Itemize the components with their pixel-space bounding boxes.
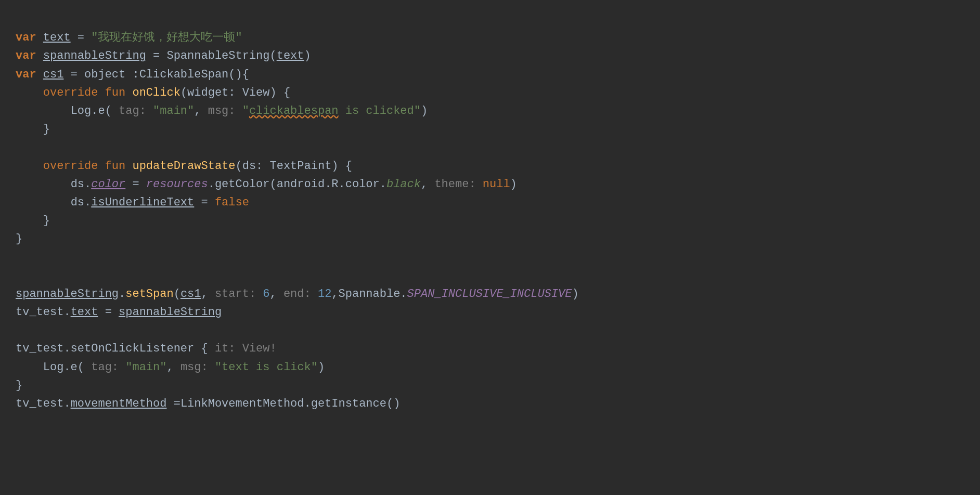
msg-label-2: msg: xyxy=(180,361,208,374)
prop-movementmethod: movementMethod xyxy=(71,397,167,410)
tvtest-movementmethod: tv_test. xyxy=(16,397,71,410)
variable-cs1: cs1 xyxy=(43,68,64,81)
msg-value-2: "text is click" xyxy=(215,361,318,374)
ds-underline-ref: ds. xyxy=(71,196,92,209)
span-inclusive: SPAN_INCLUSIVE_INCLUSIVE xyxy=(407,288,572,301)
param-ds: ds xyxy=(242,160,256,173)
linkmovementmethod: LinkMovementMethod.getInstance() xyxy=(180,397,400,410)
keyword-var-2: var xyxy=(16,49,36,62)
close-paren: ) xyxy=(304,49,311,62)
end-label: end: xyxy=(283,288,311,301)
line-11: } xyxy=(16,214,50,227)
tvtest-setonclick: tv_test.setOnClickListener xyxy=(16,342,194,355)
line-4: override fun onClick(widget: View) { xyxy=(16,86,290,99)
keyword-var-3: var xyxy=(16,68,36,81)
keyword-override-2: override xyxy=(43,160,98,173)
start-label: start: xyxy=(215,288,256,301)
line-18: Log.e( tag: "main", msg: "text is click"… xyxy=(16,361,325,374)
type-view: View xyxy=(242,86,270,99)
brace-close-1: } xyxy=(43,123,50,136)
line-1: var text = "我现在好饿，好想大吃一顿" xyxy=(16,31,242,44)
line-3: var cs1 = object :ClickableSpan(){ xyxy=(16,68,249,81)
line-12: } xyxy=(16,232,22,245)
class-clickablespan: ClickableSpan(){ xyxy=(139,68,249,81)
class-spannable: SpannableString( xyxy=(166,49,276,62)
resources-call: resources xyxy=(146,178,208,191)
property-color: color xyxy=(91,178,125,191)
operator-2: = xyxy=(153,49,160,62)
ds-color-ref: ds. xyxy=(71,178,92,191)
color-black: black xyxy=(386,178,421,191)
variable-spannable: spannableString xyxy=(43,49,146,62)
squiggle-text: clickablespan xyxy=(249,105,339,118)
tvtest-text: tv_test. xyxy=(16,306,71,319)
brace-close-3: } xyxy=(16,232,22,245)
log-e-2: Log.e( xyxy=(43,361,84,374)
tag-value-2: "main" xyxy=(125,361,166,374)
line-17: tv_test.setOnClickListener { it: View! xyxy=(16,342,277,355)
operator-3: = xyxy=(71,68,78,81)
object-keyword: object : xyxy=(84,68,139,81)
spannable-class: Spannable. xyxy=(339,288,407,301)
brace-close-2: } xyxy=(43,214,50,227)
method-setspan: setSpan xyxy=(125,288,173,301)
variable-text: text xyxy=(43,31,71,44)
operator: = xyxy=(78,31,84,44)
line-10: ds.isUnderlineText = false xyxy=(16,196,249,209)
line-5: Log.e( tag: "main", msg: "clickablespan … xyxy=(16,105,428,118)
param-widget: widget xyxy=(187,86,228,99)
line-2: var spannableString = SpannableString(te… xyxy=(16,49,311,62)
arg-text: text xyxy=(277,49,304,62)
spannable-string-ref: spannableString xyxy=(119,306,222,319)
prop-text: text xyxy=(71,306,98,319)
line-15: tv_test.text = spannableString xyxy=(16,306,222,319)
line-20: tv_test.movementMethod =LinkMovementMeth… xyxy=(16,397,400,410)
line-6: } xyxy=(16,123,50,136)
function-updatedrawstate: updateDrawState xyxy=(132,160,235,173)
line-19: } xyxy=(16,379,22,392)
code-editor: var text = "我现在好饿，好想大吃一顿" var spannableS… xyxy=(16,10,964,413)
num-6: 6 xyxy=(263,288,269,301)
tag-label: tag: xyxy=(119,105,146,118)
paren-open: ( xyxy=(180,86,187,99)
it-label: it: View! xyxy=(215,342,277,355)
keyword-false: false xyxy=(215,196,249,209)
function-onclick: onClick xyxy=(132,86,180,99)
line-8: override fun updateDrawState(ds: TextPai… xyxy=(16,160,352,173)
theme-label: theme: xyxy=(434,178,475,191)
keyword-fun-2: fun xyxy=(105,160,126,173)
string-value: "我现在好饿，好想大吃一顿" xyxy=(91,31,242,44)
keyword-fun: fun xyxy=(105,86,126,99)
arg-cs1: cs1 xyxy=(180,288,201,301)
spannable-setspan: spannableString xyxy=(16,288,119,301)
keyword-null: null xyxy=(483,178,510,191)
num-12: 12 xyxy=(318,288,331,301)
type-textpaint: TextPaint xyxy=(270,160,332,173)
getcolor-call: getColor(android.R.color. xyxy=(215,178,386,191)
tag-label-2: tag: xyxy=(91,361,119,374)
property-isunderlinetext: isUnderlineText xyxy=(91,196,194,209)
msg-label: msg: xyxy=(208,105,236,118)
brace-close-4: } xyxy=(16,379,22,392)
line-14: spannableString.setSpan(cs1, start: 6, e… xyxy=(16,288,579,301)
log-class: Log.e( xyxy=(71,105,112,118)
tag-string: "main" xyxy=(153,105,194,118)
keyword-override: override xyxy=(43,86,98,99)
line-9: ds.color = resources.getColor(android.R.… xyxy=(16,178,517,191)
keyword-var: var xyxy=(16,31,36,44)
